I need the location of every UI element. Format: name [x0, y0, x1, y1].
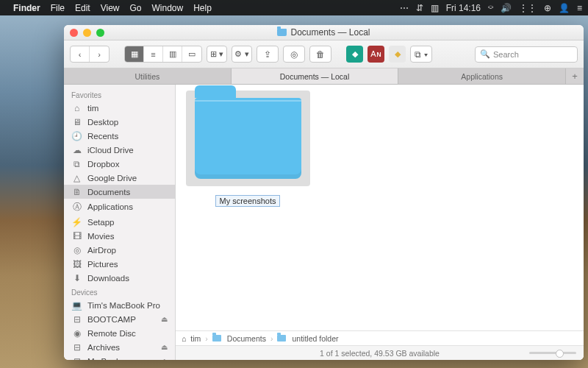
- sidebar-item-movies[interactable]: 🎞Movies: [64, 229, 175, 243]
- sidebar-item-desktop[interactable]: 🖥Desktop: [64, 115, 175, 129]
- sidebar-item-remote-disc[interactable]: ◉Remote Disc: [64, 326, 175, 340]
- status-text: 1 of 1 selected, 49.53 GB available: [320, 349, 440, 358]
- app-icon[interactable]: ◆: [346, 46, 363, 63]
- column-view-button[interactable]: ▥: [163, 46, 182, 62]
- menu-file[interactable]: File: [51, 3, 65, 13]
- path-segment[interactable]: untitled folder: [292, 334, 338, 343]
- app-menu[interactable]: Finder: [13, 3, 40, 13]
- folder-icon: [277, 335, 286, 342]
- trash-button[interactable]: 🗑: [309, 46, 331, 63]
- eject-icon[interactable]: ⏏: [161, 315, 168, 323]
- sidebar-item-mybook[interactable]: ⊟My Book⏏: [64, 354, 175, 360]
- folder-item[interactable]: My screenshots: [182, 91, 314, 325]
- sidebar-item-documents[interactable]: 🗎Documents: [64, 185, 175, 199]
- path-bar: ⌂ tim › Documents › untitled folder: [176, 330, 584, 345]
- clock[interactable]: Fri 14:16: [446, 3, 481, 13]
- sidebar-item-airdrop[interactable]: ◎AirDrop: [64, 243, 175, 257]
- app-icon[interactable]: ◆: [389, 46, 406, 63]
- sidebar-item-icloud[interactable]: ☁iCloud Drive: [64, 143, 175, 157]
- menu-go[interactable]: Go: [130, 3, 142, 13]
- arrange-button[interactable]: ⊞ ▾: [207, 46, 226, 62]
- new-tab-button[interactable]: +: [566, 68, 584, 84]
- status-icon[interactable]: ⋯: [400, 3, 409, 13]
- nav-buttons: ‹ ›: [70, 46, 110, 63]
- bolt-icon: ⚡: [71, 217, 82, 227]
- sidebar-item-bootcamp[interactable]: ⊟BOOTCAMP⏏: [64, 312, 175, 326]
- forward-button[interactable]: ›: [90, 46, 109, 62]
- sidebar-item-archives[interactable]: ⊟Archives⏏: [64, 340, 175, 354]
- apps-icon: Ⓐ: [71, 201, 82, 213]
- volume-icon[interactable]: 🔊: [501, 3, 512, 13]
- sidebar-item-macbook[interactable]: 💻Tim's MacBook Pro: [64, 298, 175, 312]
- finder-window: Documents — Local ‹ › ▦ ≡ ▥ ▭ ⊞ ▾ ⚙ ▾ ⇪ …: [64, 25, 584, 360]
- search-field[interactable]: 🔍 Search: [475, 46, 578, 63]
- tab-applications[interactable]: Applications: [398, 68, 566, 84]
- status-bar: 1 of 1 selected, 49.53 GB available: [176, 345, 584, 360]
- search-icon: 🔍: [480, 49, 490, 59]
- icon-view-button[interactable]: ▦: [125, 46, 144, 62]
- bluetooth-icon[interactable]: ⌔: [488, 3, 493, 13]
- close-button[interactable]: [70, 29, 78, 37]
- clock-icon: 🕘: [71, 131, 82, 141]
- sidebar-item-gdrive[interactable]: △Google Drive: [64, 171, 175, 185]
- disk-icon: ⊟: [71, 356, 82, 361]
- path-segment[interactable]: Documents: [227, 334, 266, 343]
- dropbox-button[interactable]: ⧉ ▾: [410, 46, 432, 63]
- spotlight-icon[interactable]: ≡: [577, 3, 582, 13]
- folder-name-editing[interactable]: My screenshots: [215, 195, 279, 207]
- search-placeholder: Search: [493, 50, 519, 59]
- menu-window[interactable]: Window: [152, 3, 184, 13]
- laptop-icon: 💻: [71, 300, 82, 311]
- path-segment[interactable]: tim: [190, 334, 201, 343]
- user-icon[interactable]: 👤: [559, 3, 570, 13]
- path-home-icon[interactable]: ⌂: [182, 334, 186, 343]
- status-icon[interactable]: ⊕: [544, 3, 551, 13]
- minimize-button[interactable]: [83, 29, 91, 37]
- menu-help[interactable]: Help: [193, 3, 212, 13]
- items-view[interactable]: My screenshots: [176, 85, 584, 330]
- eject-icon[interactable]: ⏏: [161, 343, 168, 351]
- folder-icon: [277, 29, 287, 36]
- disc-icon: ◉: [71, 328, 82, 339]
- sidebar-header-favorites: Favorites: [64, 88, 175, 101]
- desktop-icon: 🖥: [71, 117, 82, 127]
- tab-bar: Utilities Documents — Local Applications…: [64, 68, 584, 85]
- zoom-button[interactable]: [96, 29, 104, 37]
- title-text: Documents — Local: [290, 27, 370, 38]
- sidebar[interactable]: Favorites ⌂tim 🖥Desktop 🕘Recents ☁iCloud…: [64, 85, 176, 360]
- sidebar-item-recents[interactable]: 🕘Recents: [64, 129, 175, 143]
- gallery-view-button[interactable]: ▭: [182, 46, 201, 62]
- app-icon[interactable]: Aɴ: [368, 46, 384, 63]
- traffic-lights: [70, 29, 104, 37]
- sidebar-item-downloads[interactable]: ⬇Downloads: [64, 271, 175, 285]
- menu-view[interactable]: View: [101, 3, 120, 13]
- action-group: ⚙ ▾: [232, 46, 252, 63]
- titlebar[interactable]: Documents — Local: [64, 25, 584, 40]
- disk-icon: ⊟: [71, 314, 82, 325]
- sidebar-item-setapp[interactable]: ⚡Setapp: [64, 215, 175, 229]
- status-icon[interactable]: ▥: [431, 3, 439, 13]
- tab-documents[interactable]: Documents — Local: [232, 68, 399, 84]
- menu-edit[interactable]: Edit: [75, 3, 90, 13]
- list-view-button[interactable]: ≡: [144, 46, 163, 62]
- action-button[interactable]: ⚙ ▾: [232, 46, 251, 62]
- tab-utilities[interactable]: Utilities: [64, 68, 232, 84]
- tags-button[interactable]: ◎: [283, 46, 305, 63]
- photo-icon: 🖼: [71, 259, 82, 269]
- sidebar-header-devices: Devices: [64, 285, 175, 298]
- sidebar-item-pictures[interactable]: 🖼Pictures: [64, 257, 175, 271]
- eject-icon[interactable]: ⏏: [161, 357, 168, 360]
- sidebar-item-dropbox[interactable]: ⧉Dropbox: [64, 157, 175, 171]
- home-icon: ⌂: [71, 103, 82, 113]
- wifi-icon[interactable]: ⋮⋮: [519, 3, 537, 13]
- sidebar-item-applications[interactable]: ⒶApplications: [64, 199, 175, 215]
- status-icon[interactable]: ⇵: [416, 3, 423, 13]
- doc-icon: 🗎: [71, 187, 82, 197]
- sidebar-item-home[interactable]: ⌂tim: [64, 101, 175, 115]
- selection-highlight: [186, 91, 310, 186]
- back-button[interactable]: ‹: [71, 46, 90, 62]
- menubar-right: ⋯ ⇵ ▥ Fri 14:16 ⌔ 🔊 ⋮⋮ ⊕ 👤 ≡: [400, 3, 582, 13]
- share-button[interactable]: ⇪: [257, 46, 279, 63]
- icon-size-slider[interactable]: [529, 352, 576, 354]
- menubar: Finder File Edit View Go Window Help ⋯ ⇵…: [0, 0, 588, 15]
